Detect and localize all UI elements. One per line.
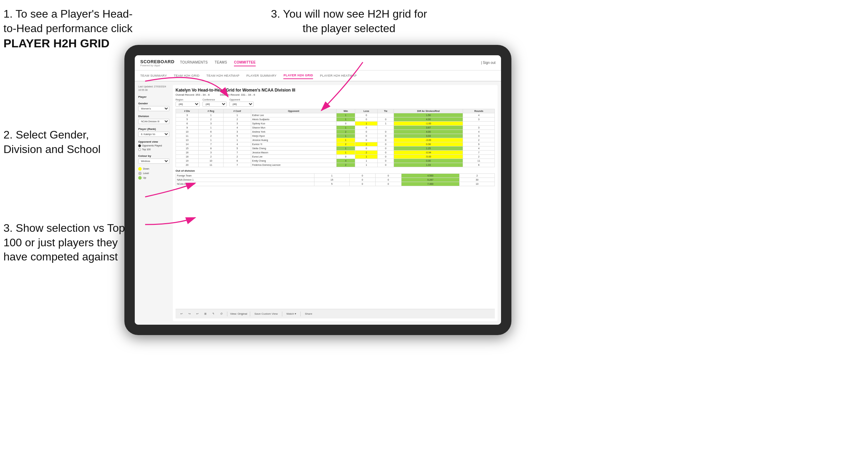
sidebar-opponent-view-section: Opponent view Opponents Played Top 100 [138,140,169,151]
toolbar-undo[interactable]: ↩ [179,312,184,316]
toolbar-separator-1 [227,312,227,316]
table-row: 20117 Federica Domecq Lacroze 210 1.336 [176,163,495,167]
sidebar-player-label: Player [138,95,169,98]
out-of-division-header: Out of division [176,169,495,172]
nav-tournaments[interactable]: TOURNAMENTS [180,59,208,66]
sidebar-radio-group: Opponents Played Top 100 [138,144,169,151]
th-div: # Div [176,109,199,113]
sidebar-timestamp: Last Updated: 27/03/2024 16:55:38 [138,85,169,92]
th-win: Win [336,109,355,113]
nav-links: TOURNAMENTS TEAMS COMMITTEE [180,59,481,66]
logo-area: SCOREBOARD Powered by clippd [140,59,174,67]
filter-conference-group: Conference (All) [202,98,227,107]
sidebar-division-select[interactable]: NCAA Division III [138,119,169,124]
toolbar-clock[interactable]: ⏱ [219,312,224,316]
sidebar-colour-by-section: Colour by Win/loss [138,154,169,164]
toolbar-separator-4 [300,312,301,316]
toolbar-refresh[interactable]: ↰ [211,312,216,316]
toolbar-save-custom[interactable]: Save Custom View [253,312,279,316]
sidebar-gender-section: Gender Women's [138,102,169,111]
th-diff: Diff Av Strokes/Rnd [394,109,463,113]
sub-nav-team-summary[interactable]: TEAM SUMMARY [140,73,167,79]
sidebar-gender-select[interactable]: Women's [138,106,169,111]
logo-sub: Powered by clippd [140,64,174,67]
toolbar-separator-2 [250,312,250,316]
toolbar-share[interactable]: Share [303,312,313,316]
filter-region-select[interactable]: (All) [176,102,200,107]
toolbar-back[interactable]: ↩ [195,312,200,316]
filter-region-group: Region (All) [176,98,200,107]
table-container: # Div # Reg # Conf Opponent Win Loss Tie… [176,109,495,309]
sidebar-opponent-view-label: Opponent view [138,140,169,143]
sub-nav-player-h2h-heatmap[interactable]: PLAYER H2H HEATMAP [320,73,357,79]
toolbar-view-label: View: Original [230,312,247,315]
toolbar-separator-3 [282,312,282,316]
legend-dot-up [138,176,142,180]
sidebar-colour-by-label: Colour by [138,154,169,158]
legend-up: Up [138,176,169,180]
main-content: Last Updated: 27/03/2024 16:55:38 Player… [135,82,501,325]
table-row: 914 Sharon Mun 10 3.673 [176,126,495,130]
sidebar-player-section: Player [138,95,169,98]
th-conf: # Conf [223,109,251,113]
sub-nav-team-h2h-grid[interactable]: TEAM H2H GRID [174,73,199,79]
legend-down: Down [138,167,169,171]
panel-records: Overall Record: 353 - 34 - 6 Division Re… [176,93,495,96]
nav-sign-out[interactable]: | Sign out [481,61,496,65]
table-row: NAIA Division 1 1500 9.26730 [176,178,495,182]
radio-dot-opponents [138,144,141,147]
instruction-step3-left: 3. Show selection vs Top 100 or just pla… [3,221,128,264]
panel-title: Katelyn Vo Head-to-Head Grid for Women's… [176,88,495,93]
toolbar-watch[interactable]: Watch ▾ [285,312,298,316]
division-record: Division Record: 331 - 34 - 6 [220,93,255,96]
filter-row: Region (All) Conference (All) Opponent [176,98,495,107]
legend-dot-down [138,167,142,171]
table-header: # Div # Reg # Conf Opponent Win Loss Tie… [176,109,495,113]
th-loss: Loss [355,109,378,113]
table-row: NCAA Division 2 500 7.40010 [176,182,495,186]
legend-dot-level [138,172,142,175]
radio-dot-top100 [138,148,141,151]
table-row: 1585 Stella Cheng 100 1.254 [176,146,495,151]
filter-opponent-select[interactable]: (All) [229,102,254,107]
table-row: 19106 Emily Chang 410 0.3011 [176,159,495,163]
instruction-step1: 1. To see a Player's Head-to-Head perfor… [3,7,135,51]
sub-nav-player-h2h-grid[interactable]: PLAYER H2H GRID [283,72,313,79]
table-row: 522 Alexis Sudjianto 100 4.003 [176,117,495,122]
overall-record: Overall Record: 353 - 34 - 6 [176,93,210,96]
table-row: 1063 Andrea York 200 4.004 [176,130,495,134]
sidebar-player-rank-section: Player (Rank) 8. Katelyn Vo [138,127,169,137]
legend-level: Level [138,172,169,175]
sub-nav-team-h2h-heatmap[interactable]: TEAM H2H HEATMAP [206,73,239,79]
nav-teams[interactable]: TEAMS [215,59,227,66]
sidebar: Last Updated: 27/03/2024 16:55:38 Player… [138,85,169,321]
logo-text: SCOREBOARD [140,59,174,64]
sidebar-player-rank-label: Player (Rank) [138,127,169,131]
out-of-division-body: Foreign Team 100 4.5002 NAIA Division 1 … [176,174,495,186]
toolbar-redo[interactable]: ↪ [187,312,192,316]
instruction-step2: 2. Select Gender, Division and School [3,128,121,156]
sidebar-gender-label: Gender [138,102,169,105]
filter-conference-select[interactable]: (All) [202,102,227,107]
table-row: 1311 Jessica Huang 100 -3.002 [176,138,495,142]
main-data-table: # Div # Reg # Conf Opponent Win Loss Tie… [176,109,495,167]
tablet-frame: SCOREBOARD Powered by clippd TOURNAMENTS… [124,45,511,335]
table-row: 1125 Heejo Hyun 100 3.333 [176,134,495,138]
th-rounds: Rounds [463,109,495,113]
table-row: 1822 Euna Lee 010 -5.002 [176,155,495,159]
sub-nav-player-summary[interactable]: PLAYER SUMMARY [246,73,276,79]
sidebar-division-section: Division NCAA Division III [138,115,169,124]
sidebar-radio-top100[interactable]: Top 100 [138,148,169,151]
table-row: 1637 Jessica Mason 120 -0.947 [176,151,495,155]
sidebar-colour-by-select[interactable]: Win/loss [138,159,169,164]
content-panel: Katelyn Vo Head-to-Head Grid for Women's… [173,85,498,321]
nav-bar: SCOREBOARD Powered by clippd TOURNAMENTS… [135,55,501,70]
filter-opponent-group: Opponent (All) [229,98,254,107]
table-body: 311 Esther Lee 10 1.504 522 Alexis Sudji… [176,113,495,167]
out-of-division-table: Foreign Team 100 4.5002 NAIA Division 1 … [176,173,495,186]
tablet-screen: SCOREBOARD Powered by clippd TOURNAMENTS… [135,55,501,325]
sidebar-player-rank-select[interactable]: 8. Katelyn Vo [138,132,169,137]
sidebar-radio-opponents-played[interactable]: Opponents Played [138,144,169,147]
nav-committee[interactable]: COMMITTEE [234,59,256,66]
toolbar-grid[interactable]: ⊞ [203,312,208,316]
